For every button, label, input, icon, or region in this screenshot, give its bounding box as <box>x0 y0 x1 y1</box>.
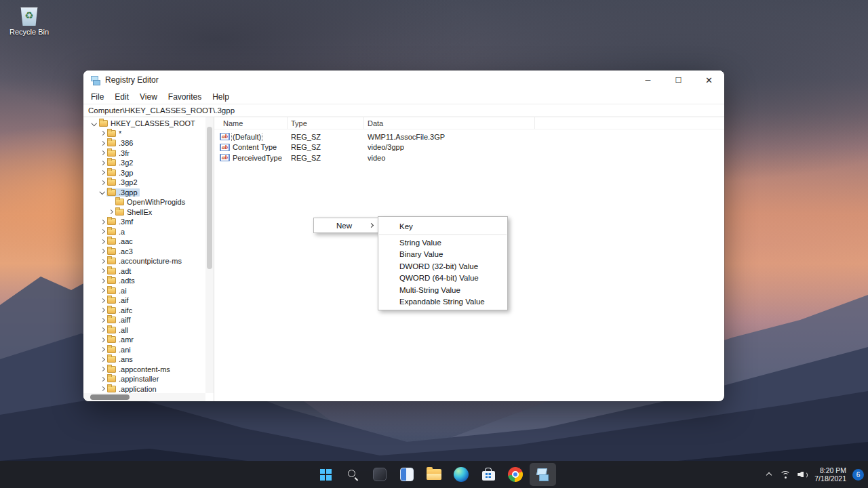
submenu-item-expandable-string-value[interactable]: Expandable String Value <box>378 296 507 308</box>
chevron-right-icon[interactable] <box>98 139 106 147</box>
tree-item-3gpp[interactable]: .3gpp <box>83 188 214 198</box>
tree-item-ai[interactable]: .ai <box>83 286 214 296</box>
submenu-item-multi-string-value[interactable]: Multi-String Value <box>378 284 507 296</box>
chevron-down-icon[interactable] <box>90 119 98 127</box>
tree-item-application[interactable]: .application <box>83 384 214 394</box>
address-bar[interactable]: Computer\HKEY_CLASSES_ROOT\.3gpp <box>83 104 724 117</box>
chevron-right-icon[interactable] <box>98 296 106 304</box>
tree-item-a[interactable]: .a <box>83 227 214 237</box>
tree-item-aac[interactable]: .aac <box>83 237 214 247</box>
chevron-right-icon[interactable] <box>98 346 106 354</box>
chevron-right-icon[interactable] <box>98 237 106 245</box>
notification-count-badge[interactable]: 6 <box>852 469 864 481</box>
tree-item-3fr[interactable]: .3fr <box>83 148 214 159</box>
tray-overflow-chevron-up-icon[interactable] <box>764 470 774 479</box>
tree-item-ans[interactable]: .ans <box>83 354 214 365</box>
close-button[interactable]: ✕ <box>694 70 724 89</box>
tree-item-aifc[interactable]: .aifc <box>83 306 214 316</box>
tree-item-ani[interactable]: .ani <box>83 345 214 355</box>
tree-item-aiff[interactable]: .aiff <box>83 315 214 325</box>
chevron-right-icon[interactable] <box>98 306 106 314</box>
context-menu-new-label[interactable]: New <box>314 222 368 230</box>
chevron-right-icon[interactable] <box>98 365 106 373</box>
tree-item-accountpicture-ms[interactable]: .accountpicture-ms <box>83 256 214 266</box>
submenu-item-string-value[interactable]: String Value <box>378 237 507 249</box>
context-menu-new[interactable]: New <box>313 218 378 233</box>
tree-item-hkey-classes-root[interactable]: HKEY_CLASSES_ROOT <box>83 119 214 129</box>
chevron-right-icon[interactable] <box>98 267 106 275</box>
tree-item-aif[interactable]: .aif <box>83 296 214 306</box>
tree-item-adt[interactable]: .adt <box>83 266 214 277</box>
column-header-data[interactable]: Data <box>364 117 535 129</box>
tree-item-all[interactable]: .all <box>83 325 214 336</box>
chevron-right-icon[interactable] <box>98 287 106 295</box>
edge-icon[interactable] <box>448 463 475 486</box>
recycle-bin-shortcut[interactable]: ♻ Recycle Bin <box>5 5 53 36</box>
tree-item-amr[interactable]: .amr <box>83 335 214 345</box>
tree-item-appinstaller[interactable]: .appinstaller <box>83 374 214 384</box>
value-row-perceivedtype[interactable]: abPerceivedTypeREG_SZvideo <box>214 152 724 163</box>
chevron-right-icon[interactable] <box>106 208 115 216</box>
tree-item-star[interactable]: * <box>83 129 214 139</box>
tree-item-openwithprogids[interactable]: OpenWithProgids <box>83 197 214 207</box>
title-bar[interactable]: Registry Editor ─ ☐ ✕ <box>83 70 724 89</box>
tree-item-3g2[interactable]: .3g2 <box>83 158 214 168</box>
tree-vertical-scrollbar[interactable] <box>205 117 214 393</box>
chevron-right-icon[interactable] <box>98 247 106 256</box>
chevron-right-icon[interactable] <box>98 355 106 363</box>
registry-editor-icon[interactable] <box>530 463 556 486</box>
chevron-right-icon[interactable] <box>98 228 106 236</box>
tree-horizontal-scrollbar[interactable] <box>83 393 205 401</box>
file-explorer-icon[interactable] <box>421 463 448 486</box>
tree-item-appcontent-ms[interactable]: .appcontent-ms <box>83 365 214 375</box>
value-row-content-type[interactable]: abContent TypeREG_SZvideo/3gpp <box>214 142 724 153</box>
menu-item-view[interactable]: View <box>134 91 163 103</box>
chevron-right-icon[interactable] <box>98 218 106 226</box>
tree-item-3gp2[interactable]: .3gp2 <box>83 178 214 188</box>
tree-hscroll-thumb[interactable] <box>90 394 130 400</box>
volume-icon[interactable] <box>797 470 808 479</box>
chevron-right-icon[interactable] <box>98 159 106 167</box>
maximize-button[interactable]: ☐ <box>663 70 694 89</box>
tree-item-adts[interactable]: .adts <box>83 276 214 286</box>
chevron-right-icon[interactable] <box>98 385 106 393</box>
value-row-default[interactable]: ab(Default)REG_SZWMP11.AssocFile.3GP <box>214 131 724 142</box>
network-wifi-icon[interactable] <box>780 470 791 479</box>
minimize-button[interactable]: ─ <box>633 70 663 89</box>
submenu-item-binary-value[interactable]: Binary Value <box>378 249 507 261</box>
column-header-type[interactable]: Type <box>288 117 364 129</box>
chevron-right-icon[interactable] <box>98 277 106 285</box>
chevron-right-icon[interactable] <box>98 375 106 383</box>
menu-item-file[interactable]: File <box>85 91 109 103</box>
submenu-item-qword-64-bit-value[interactable]: QWORD (64-bit) Value <box>378 272 507 285</box>
start-icon[interactable] <box>313 463 339 486</box>
chevron-down-icon[interactable] <box>98 188 106 197</box>
chevron-right-icon[interactable] <box>98 336 106 344</box>
chevron-right-icon[interactable] <box>98 326 106 334</box>
store-icon[interactable] <box>475 463 502 486</box>
submenu-item-dword-32-bit-value[interactable]: DWORD (32-bit) Value <box>378 260 507 272</box>
tree-item-3gp[interactable]: .3gp <box>83 168 214 178</box>
submenu-item-key[interactable]: Key <box>378 219 507 233</box>
chevron-right-icon[interactable] <box>98 149 106 157</box>
tree-item-386[interactable]: .386 <box>83 138 214 148</box>
column-header-name[interactable]: Name <box>214 117 288 129</box>
menu-item-favorites[interactable]: Favorites <box>163 91 207 103</box>
tree-item-3mf[interactable]: .3mf <box>83 217 214 227</box>
tree-vscroll-thumb[interactable] <box>207 127 212 269</box>
photos-icon[interactable] <box>394 463 420 486</box>
chevron-right-icon[interactable] <box>98 178 106 186</box>
menu-item-edit[interactable]: Edit <box>109 91 134 103</box>
tree-item-ac3[interactable]: .ac3 <box>83 247 214 257</box>
chevron-right-icon[interactable] <box>98 129 106 138</box>
chevron-right-icon[interactable] <box>98 169 106 177</box>
tree-item-shellex[interactable]: ShellEx <box>83 207 214 218</box>
menu-item-help[interactable]: Help <box>207 91 235 103</box>
chevron-right-icon[interactable] <box>98 257 106 265</box>
taskbar-clock[interactable]: 8:20 PM 7/18/2021 <box>814 466 846 483</box>
chrome-icon[interactable] <box>502 463 529 486</box>
tree-item-label: .386 <box>119 139 133 147</box>
search-icon[interactable] <box>340 463 366 486</box>
media-app-icon[interactable] <box>367 463 393 486</box>
chevron-right-icon[interactable] <box>98 316 106 324</box>
